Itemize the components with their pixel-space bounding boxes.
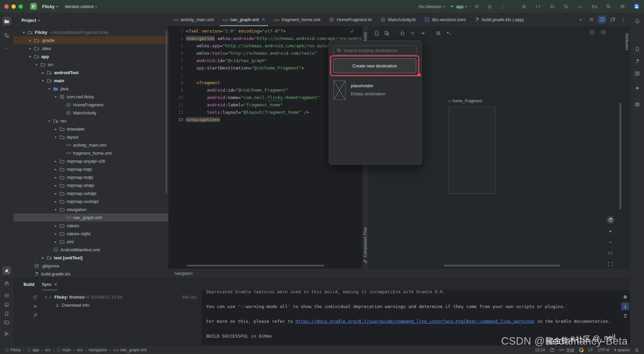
tree-item-HomeFragment[interactable]: CHomeFragment xyxy=(13,101,168,109)
close-tab-icon[interactable]: ✕ xyxy=(262,17,265,22)
ime-status[interactable]: </> 完成 xyxy=(559,347,574,353)
status-crumb-src[interactable]: src xyxy=(45,348,51,352)
chevron-right-icon[interactable]: ▸ xyxy=(27,39,33,42)
terminal-tool-icon[interactable] xyxy=(2,318,11,327)
tab-HomeFragment.kt[interactable]: CHomeFragment.kt xyxy=(325,13,376,26)
tree-item-mipmap-hdpi[interactable]: ▸mipmap-hdpi xyxy=(13,165,168,173)
gradle-icon[interactable] xyxy=(633,57,642,65)
vcs-update-icon[interactable] xyxy=(576,2,585,11)
tools-icon[interactable] xyxy=(519,2,529,11)
google-account-icon[interactable] xyxy=(579,348,584,352)
structure-tool-icon[interactable] xyxy=(2,31,11,40)
line-ending-indicator[interactable]: LF xyxy=(588,348,593,352)
vcs-menu[interactable]: Version control▾ xyxy=(61,3,100,10)
tree-item-Flicky[interactable]: ▾Flicky ~/AndroidStudioProjects/Flicky xyxy=(13,28,168,36)
list-icon[interactable] xyxy=(587,15,596,23)
scroll-to-end-icon[interactable] xyxy=(621,302,629,310)
chevron-right-icon[interactable]: ▸ xyxy=(53,159,59,163)
encoding-indicator[interactable]: UTF-8 xyxy=(598,348,609,352)
settings-icon[interactable] xyxy=(618,2,627,11)
chevron-down-icon[interactable]: ▾ xyxy=(34,63,40,66)
project-view-selector[interactable]: ▾ xyxy=(38,18,40,22)
split-editor-icon[interactable] xyxy=(598,15,606,23)
console-settings-icon[interactable] xyxy=(621,293,629,301)
chevron-down-icon[interactable]: ▾ xyxy=(45,295,47,299)
chevron-right-icon[interactable]: ▸ xyxy=(53,224,59,227)
chevron-down-icon[interactable]: ▾ xyxy=(46,87,52,91)
chevron-down-icon[interactable]: ▾ xyxy=(46,119,52,123)
status-crumb-nav_graph.xml[interactable]: </>nav_graph.xml xyxy=(113,348,147,352)
emulator-icon[interactable] xyxy=(633,100,642,109)
editor-h-scrollbar[interactable] xyxy=(187,265,324,266)
device-selector[interactable]: No Devices▾ xyxy=(419,4,445,9)
more-vertical-icon[interactable]: ⋮ xyxy=(619,15,628,23)
tree-item-build.gradle.kts[interactable]: build.gradle.kts xyxy=(13,270,168,278)
chevron-down-icon[interactable]: ▾ xyxy=(53,208,59,211)
chevron-right-icon[interactable]: ▸ xyxy=(53,232,59,236)
deep-link-icon[interactable] xyxy=(408,29,417,37)
float-window-icon[interactable] xyxy=(608,15,617,23)
more-tools-icon[interactable]: ⋯ xyxy=(2,44,11,52)
placeholder-destination-item[interactable]: placeholder Empty destination xyxy=(333,81,385,100)
status-crumb-main[interactable]: main xyxy=(57,348,71,352)
pin-icon[interactable] xyxy=(31,311,40,319)
chevron-down-icon[interactable]: ▾ xyxy=(576,15,585,23)
chevron-right-icon[interactable]: ▸ xyxy=(27,47,33,50)
chevron-right-icon[interactable]: ▸ xyxy=(40,256,46,260)
problems-tool-icon[interactable] xyxy=(2,300,11,309)
ai-assistant-icon[interactable] xyxy=(633,84,642,93)
tree-item-.gradle[interactable]: ▸.gradle xyxy=(13,36,168,44)
fragment-destination-preview[interactable] xyxy=(448,107,495,194)
zoom-out-icon[interactable]: − xyxy=(606,238,614,246)
chevron-down-icon[interactable]: ▾ xyxy=(53,95,59,99)
tree-item-com.neil.flicky[interactable]: ▾com.neil.flicky xyxy=(13,93,168,101)
tree-item-xml[interactable]: ▸xml xyxy=(13,238,168,246)
tree-item-mipmap-xxhdpi[interactable]: ▸mipmap-xxhdpi xyxy=(13,189,168,197)
chevron-right-icon[interactable]: ▸ xyxy=(40,71,46,74)
avatar[interactable] xyxy=(632,2,641,11)
tree-item-.idea[interactable]: ▸.idea xyxy=(13,44,168,52)
tree-item-navigation[interactable]: ▾navigation xyxy=(13,205,168,213)
debug-button[interactable] xyxy=(485,2,494,11)
translate-icon[interactable]: 文A xyxy=(590,2,599,11)
build-variants-icon[interactable] xyxy=(633,69,642,78)
run-config-selector[interactable]: app▾ xyxy=(450,4,467,9)
attributes-collapsed-tab[interactable]: Attributes xyxy=(624,28,630,55)
tab-libs.versions.toml[interactable]: Tlibs.versions.toml xyxy=(420,13,470,26)
project-tool-icon[interactable] xyxy=(2,17,11,26)
tree-item-MainActivity[interactable]: CMainActivity xyxy=(13,109,168,117)
component-tree-collapsed-tab[interactable]: Component Tree xyxy=(362,223,368,268)
tree-item-fragment_home.xml[interactable]: </>fragment_home.xml xyxy=(13,149,168,157)
stop-icon[interactable] xyxy=(31,302,40,311)
fragment-destination-label[interactable]: ⌂ home_Fragment xyxy=(448,99,482,103)
tree-item-src[interactable]: ▾src xyxy=(13,60,168,68)
tree-item-AndroidManifest.xml[interactable]: MAndroidManifest.xml xyxy=(13,246,168,254)
more-run-options-icon[interactable]: ⋮ xyxy=(498,2,507,11)
inspection-ok-icon[interactable]: ✓ xyxy=(350,28,355,34)
tab-MainActivity.kt[interactable]: CMainActivity.kt xyxy=(376,13,420,26)
gradle-doc-link[interactable]: https://docs.gradle.org/8.7/userguide/co… xyxy=(296,319,534,324)
project-menu[interactable]: Flicky▾ xyxy=(39,3,61,10)
bookmarks-tool-icon[interactable] xyxy=(2,309,11,318)
status-crumb-navigation[interactable]: navigation xyxy=(89,348,107,352)
tree-item-values-night[interactable]: ▸values-night xyxy=(13,230,168,238)
action-arrow-icon[interactable] xyxy=(418,29,427,37)
tree-item-activity_main.xml[interactable]: </>activity_main.xml xyxy=(13,141,168,149)
tree-item-java[interactable]: ▾java xyxy=(13,85,168,93)
chevron-down-icon[interactable]: ▾ xyxy=(27,55,33,58)
search-icon[interactable] xyxy=(604,2,613,11)
code-check-icon[interactable] xyxy=(533,2,543,11)
close-window-icon[interactable] xyxy=(4,4,9,9)
tree-item-mipmap-mdpi[interactable]: ▸mipmap-mdpi xyxy=(13,173,168,181)
tree-item-mipmap-anydpi-v26[interactable]: ▸mipmap-anydpi-v26 xyxy=(13,157,168,165)
chevron-right-icon[interactable]: ▸ xyxy=(53,192,59,195)
tree-item-values[interactable]: ▸values xyxy=(13,221,168,230)
chevron-right-icon[interactable]: ▸ xyxy=(53,184,59,187)
search-destinations-input[interactable]: Search existing destinations xyxy=(333,46,417,55)
create-new-destination-button[interactable]: Create new destination xyxy=(333,58,416,73)
build-tree-row[interactable]: ▾ ✓ Flicky: finished At 2024/8/22 13:58 … xyxy=(42,293,202,301)
project-tree-scrollbar[interactable] xyxy=(166,31,167,194)
tree-item-mipmap-xxxhdpi[interactable]: ▸mipmap-xxxhdpi xyxy=(13,197,168,205)
add-destination-icon[interactable] xyxy=(372,29,381,37)
tree-item-main[interactable]: ▾main xyxy=(13,77,168,85)
